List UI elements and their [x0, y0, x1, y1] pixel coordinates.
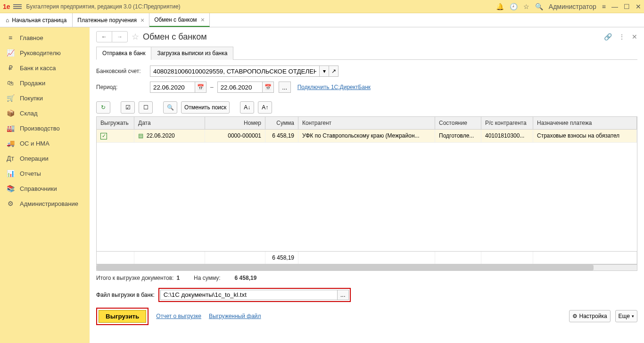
- more-button[interactable]: Еще▾: [615, 310, 637, 322]
- tab-payment-orders[interactable]: Платежные поручения ×: [73, 13, 149, 27]
- grid-footer: 6 458,19: [97, 251, 637, 264]
- nav-purchases[interactable]: 🛒Покупки: [0, 90, 90, 106]
- nav-arrows: ← →: [96, 31, 128, 42]
- tab-label: Платежные поручения: [77, 17, 137, 24]
- close-tab-icon[interactable]: ×: [140, 16, 144, 24]
- gear-icon: ⚙: [572, 313, 578, 319]
- search-icon[interactable]: 🔍: [535, 3, 543, 10]
- close-page-icon[interactable]: ✕: [632, 33, 637, 41]
- report-link[interactable]: Отчет о выгрузке: [156, 313, 201, 319]
- footer-sum: 6 458,19: [265, 252, 298, 264]
- account-combo[interactable]: ▾ ↗: [150, 65, 339, 77]
- check-all-button[interactable]: ☑: [121, 101, 135, 114]
- admin-label[interactable]: Администратор: [549, 3, 596, 10]
- file-label: Файл выгрузки в банк:: [96, 292, 155, 298]
- nav-reports[interactable]: 📊Отчеты: [0, 166, 90, 181]
- h-scrollbar[interactable]: [96, 264, 637, 271]
- sort-desc-button[interactable]: A↑: [258, 101, 272, 114]
- doc-icon: ▤: [138, 132, 143, 139]
- file-path-input[interactable]: [160, 290, 338, 300]
- box-icon: 📦: [7, 109, 14, 117]
- uncheck-all-button[interactable]: ☐: [139, 101, 153, 114]
- nav-admin[interactable]: ⚙Администрирование: [0, 196, 90, 211]
- bottom-bar: Выгрузить Отчет о выгрузке Выгруженный ф…: [96, 308, 637, 325]
- maximize-icon[interactable]: ☐: [624, 3, 630, 10]
- nav-warehouse[interactable]: 📦Склад: [0, 106, 90, 121]
- nav-bank[interactable]: ₽Банк и касса: [0, 60, 90, 75]
- col-sum[interactable]: Сумма: [265, 117, 298, 129]
- bell-icon[interactable]: 🔔: [496, 3, 504, 10]
- content: ← → ☆ Обмен с банком 🔗 ⋮ ✕ Отправка в ба…: [90, 27, 644, 343]
- col-purpose[interactable]: Назначение платежа: [533, 117, 637, 129]
- close-tab-icon[interactable]: ×: [201, 16, 205, 24]
- chart-icon: 📈: [7, 49, 14, 57]
- calendar-to-icon[interactable]: 📅: [263, 82, 274, 93]
- favorite-star-icon[interactable]: ☆: [132, 32, 139, 42]
- grid-row[interactable]: ✓ ▤ 22.06.2020 0000-000001 6 458,19 УФК …: [97, 130, 637, 143]
- logo-1c: 1e: [3, 3, 10, 10]
- open-icon[interactable]: ↗: [329, 65, 339, 77]
- nav-operations[interactable]: ДтОперации: [0, 151, 90, 166]
- sidebar: ≡Главное 📈Руководителю ₽Банк и касса 🛍Пр…: [0, 27, 90, 343]
- date-to-input[interactable]: [217, 82, 263, 93]
- subtab-load[interactable]: Загрузка выписки из банка: [151, 47, 233, 60]
- file-row: Файл выгрузки в банк: ...: [96, 288, 637, 302]
- history-icon[interactable]: 🕘: [510, 3, 518, 10]
- file-browse-button[interactable]: ...: [338, 290, 349, 300]
- nav-production[interactable]: 🏭Производство: [0, 121, 90, 136]
- menu-dots-icon[interactable]: ⋮: [619, 33, 625, 41]
- account-input[interactable]: [150, 65, 320, 77]
- tab-home-label: Начальная страница: [12, 17, 66, 24]
- nav-main[interactable]: ≡Главное: [0, 30, 90, 45]
- back-button[interactable]: ←: [97, 32, 112, 42]
- nav-manager[interactable]: 📈Руководителю: [0, 45, 90, 60]
- subtab-send[interactable]: Отправка в банк: [96, 47, 151, 60]
- truck-icon: 🚚: [7, 139, 14, 147]
- export-button[interactable]: Выгрузить: [99, 310, 146, 323]
- nav-directories[interactable]: 📚Справочники: [0, 181, 90, 196]
- col-number[interactable]: Номер: [205, 117, 265, 129]
- date-from-input[interactable]: [150, 82, 195, 93]
- title-bar: 1e Бухгалтерия предприятия, редакция 3.0…: [0, 0, 644, 13]
- find-button[interactable]: 🔍: [163, 101, 177, 114]
- minimize-icon[interactable]: —: [611, 3, 618, 10]
- menu-icon[interactable]: [13, 4, 22, 9]
- col-export[interactable]: Выгружать: [97, 117, 134, 129]
- tab-bank-exchange[interactable]: Обмен с банком ×: [149, 13, 210, 27]
- list-icon: ≡: [7, 34, 14, 41]
- file-link[interactable]: Выгруженный файл: [209, 313, 261, 319]
- forward-button[interactable]: →: [112, 32, 127, 42]
- row-checkbox[interactable]: ✓: [100, 133, 107, 139]
- factory-icon: 🏭: [7, 124, 14, 132]
- sort-asc-button[interactable]: A↓: [240, 101, 254, 114]
- tab-home[interactable]: ⌂ Начальная страница: [0, 13, 73, 27]
- refresh-button[interactable]: ↻: [96, 101, 110, 114]
- grid-empty-area: [97, 143, 637, 251]
- settings-button[interactable]: ⚙Настройка: [569, 310, 611, 322]
- account-label: Банковский счет:: [96, 68, 150, 74]
- cancel-search-button[interactable]: Отменить поиск: [181, 101, 230, 114]
- bars-icon: 📊: [7, 170, 14, 177]
- col-date[interactable]: Дата: [134, 117, 205, 129]
- col-state[interactable]: Состояние: [435, 117, 481, 129]
- calendar-from-icon[interactable]: 📅: [195, 82, 206, 93]
- star-icon[interactable]: ☆: [523, 3, 529, 10]
- nav-sales[interactable]: 🛍Продажи: [0, 75, 90, 90]
- grid: Выгружать Дата Номер Сумма Контрагент Со…: [96, 116, 637, 264]
- filter-icon[interactable]: ≡: [602, 3, 606, 10]
- dt-icon: Дт: [7, 155, 14, 162]
- home-icon: ⌂: [6, 17, 9, 24]
- nav-os-nma[interactable]: 🚚ОС и НМА: [0, 136, 90, 151]
- bag-icon: 🛍: [7, 79, 14, 87]
- books-icon: 📚: [7, 185, 14, 192]
- col-account[interactable]: Р/с контрагента: [481, 117, 533, 129]
- link-icon[interactable]: 🔗: [604, 33, 612, 41]
- direct-bank-link[interactable]: Подключить 1С:ДиректБанк: [297, 84, 371, 90]
- docs-count: 1: [176, 275, 180, 281]
- summary: Итого к выгрузке документов:1 На сумму:6…: [96, 271, 637, 285]
- period-ellipsis-button[interactable]: ...: [279, 82, 291, 93]
- dropdown-icon[interactable]: ▾: [320, 65, 329, 77]
- col-counterparty[interactable]: Контрагент: [298, 117, 435, 129]
- close-icon[interactable]: ✕: [636, 3, 641, 10]
- sum-value: 6 458,19: [235, 275, 257, 281]
